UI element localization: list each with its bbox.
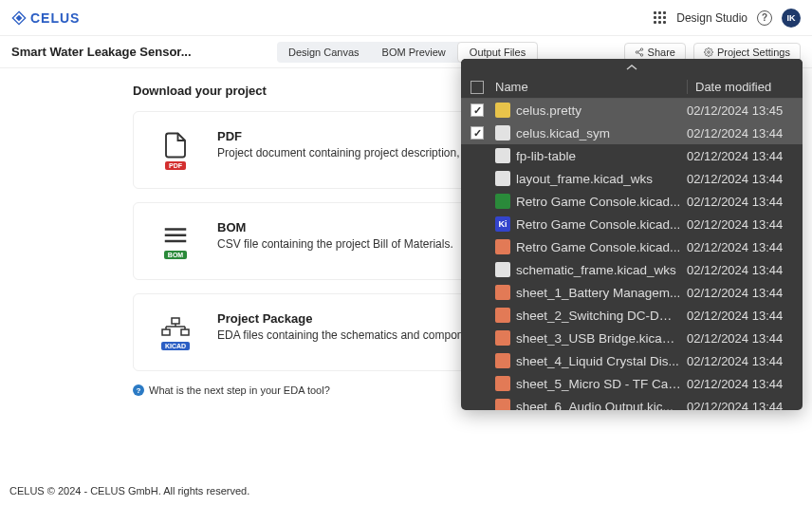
file-checkbox[interactable] [471, 103, 484, 117]
file-name: fp-lib-table [516, 149, 687, 163]
card-bom-desc: CSV file containing the project Bill of … [217, 237, 453, 251]
file-row[interactable]: sheet_3_USB Bridge.kicad_...02/12/2024 1… [461, 327, 803, 349]
file-checkbox-spacer [471, 149, 484, 162]
bom-badge: BOM [164, 251, 187, 259]
file-date: 02/12/2024 13:45 [687, 103, 793, 118]
svg-point-4 [640, 53, 643, 56]
svg-point-3 [636, 50, 638, 53]
file-icon [495, 239, 510, 254]
file-name: Retro Game Console.kicad... [516, 240, 687, 254]
package-icon: KICAD [155, 311, 196, 353]
select-all-checkbox[interactable] [471, 81, 484, 94]
file-icon [495, 376, 510, 391]
file-row[interactable]: layout_frame.kicad_wks02/12/2024 13:44 [461, 167, 803, 190]
col-name[interactable]: Name [495, 80, 687, 94]
design-studio-link[interactable]: Design Studio [676, 11, 747, 25]
file-name: sheet_4_Liquid Crystal Dis... [516, 354, 687, 368]
file-icon [495, 308, 510, 323]
file-date: 02/12/2024 13:44 [687, 195, 793, 209]
file-checkbox-spacer [471, 400, 484, 410]
file-icon [495, 262, 510, 277]
chevron-up-icon [625, 64, 638, 71]
file-row[interactable]: schematic_frame.kicad_wks02/12/2024 13:4… [461, 258, 803, 281]
file-row[interactable]: sheet_4_Liquid Crystal Dis...02/12/2024 … [461, 349, 803, 372]
file-date: 02/12/2024 13:44 [687, 331, 793, 346]
help-link-text: What is the next step in your EDA tool? [149, 384, 330, 396]
question-icon: ? [133, 384, 144, 396]
file-date: 02/12/2024 13:44 [687, 309, 793, 323]
file-date: 02/12/2024 13:44 [687, 263, 793, 277]
svg-rect-12 [162, 329, 170, 335]
file-icon [495, 125, 510, 141]
file-date: 02/12/2024 13:44 [687, 400, 793, 411]
svg-line-6 [637, 52, 640, 54]
file-checkbox-spacer [471, 331, 484, 345]
file-browser-panel: Name Date modified celus.pretty02/12/202… [461, 59, 803, 410]
brand-logo[interactable]: CELUS [11, 10, 80, 26]
top-bar: CELUS Design Studio ? IK [0, 0, 812, 36]
svg-point-2 [640, 47, 643, 50]
col-date[interactable]: Date modified [687, 80, 793, 94]
file-icon [495, 353, 510, 368]
file-row[interactable]: Retro Game Console.kicad...02/12/2024 13… [461, 190, 803, 213]
footer: CELUS © 2024 - CELUS GmbH. All rights re… [9, 485, 249, 497]
file-icon [495, 330, 510, 346]
settings-label: Project Settings [717, 47, 790, 58]
file-column-header: Name Date modified [461, 76, 803, 99]
svg-marker-1 [16, 14, 23, 21]
file-panel-collapse[interactable] [461, 59, 803, 76]
kicad-badge: KICAD [161, 342, 190, 350]
file-name: Retro Game Console.kicad... [516, 195, 687, 209]
svg-rect-11 [172, 318, 179, 324]
file-checkbox-spacer [471, 377, 484, 390]
file-name: sheet_3_USB Bridge.kicad_... [516, 331, 687, 346]
svg-point-7 [708, 50, 710, 53]
bom-icon: BOM [155, 220, 196, 262]
file-name: layout_frame.kicad_wks [516, 172, 687, 186]
file-checkbox-spacer [471, 172, 484, 185]
file-checkbox[interactable] [471, 126, 484, 140]
file-row[interactable]: Retro Game Console.kicad...02/12/2024 13… [461, 235, 803, 258]
top-right: Design Studio ? IK [654, 9, 801, 28]
file-name: sheet_2_Switching DC-DC ... [516, 309, 687, 323]
file-row[interactable]: fp-lib-table02/12/2024 13:44 [461, 144, 803, 167]
file-row[interactable]: KiRetro Game Console.kicad...02/12/2024 … [461, 213, 803, 235]
file-icon [495, 285, 510, 300]
project-name: Smart Water Leakage Sensor... [11, 45, 192, 59]
svg-line-5 [637, 49, 640, 51]
file-date: 02/12/2024 13:44 [687, 377, 793, 391]
file-checkbox-spacer [471, 286, 484, 299]
file-icon [495, 194, 510, 209]
file-row[interactable]: celus.pretty02/12/2024 13:45 [461, 99, 803, 122]
gear-icon [704, 47, 713, 57]
file-icon [495, 171, 510, 186]
file-icon: Ki [495, 216, 510, 232]
file-date: 02/12/2024 13:44 [687, 172, 793, 186]
help-icon[interactable]: ? [757, 10, 772, 26]
tab-design-canvas[interactable]: Design Canvas [277, 42, 371, 63]
file-row[interactable]: celus.kicad_sym02/12/2024 13:44 [461, 122, 803, 144]
file-date: 02/12/2024 13:44 [687, 240, 793, 254]
tab-bom-preview[interactable]: BOM Preview [371, 42, 457, 63]
file-row[interactable]: sheet_2_Switching DC-DC ...02/12/2024 13… [461, 304, 803, 327]
file-checkbox-spacer [471, 354, 484, 367]
file-checkbox-spacer [471, 195, 484, 208]
file-date: 02/12/2024 13:44 [687, 286, 793, 300]
file-date: 02/12/2024 13:44 [687, 217, 793, 232]
file-checkbox-spacer [471, 309, 484, 322]
file-name: celus.pretty [516, 103, 687, 118]
file-row[interactable]: sheet_6_Audio Output.kic...02/12/2024 13… [461, 395, 803, 410]
file-icon [495, 148, 510, 163]
file-row[interactable]: sheet_1_Battery Managem...02/12/2024 13:… [461, 281, 803, 304]
share-icon [635, 47, 644, 57]
file-date: 02/12/2024 13:44 [687, 126, 793, 141]
celus-logo-icon [11, 10, 27, 26]
file-list: celus.pretty02/12/2024 13:45celus.kicad_… [461, 99, 803, 410]
svg-rect-13 [181, 329, 189, 335]
apps-icon[interactable] [654, 11, 667, 25]
file-name: sheet_5_Micro SD - TF Car... [516, 377, 687, 391]
file-name: schematic_frame.kicad_wks [516, 263, 687, 277]
avatar[interactable]: IK [782, 9, 801, 28]
file-name: Retro Game Console.kicad... [516, 217, 687, 232]
file-row[interactable]: sheet_5_Micro SD - TF Car...02/12/2024 1… [461, 372, 803, 395]
